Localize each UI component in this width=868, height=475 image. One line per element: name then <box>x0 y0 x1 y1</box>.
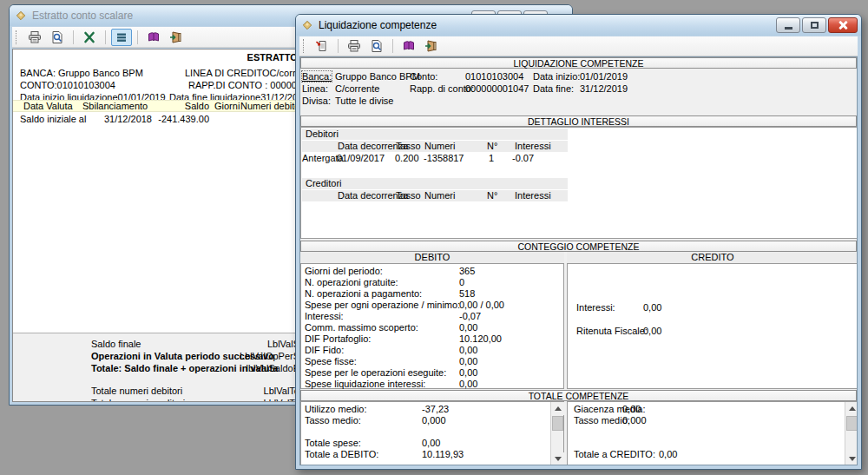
window-liquidazione-competenze[interactable]: Liquidazione competenze LIQUIDAZIONE COM… <box>295 14 862 470</box>
col-numeri: Numeri <box>424 190 455 201</box>
divisa-label: Divisa: <box>302 96 331 106</box>
data-inizio-value: 01/01/2019 <box>580 71 628 82</box>
summary-label: Saldo finale <box>91 339 141 349</box>
scroll-up-icon[interactable] <box>551 402 564 415</box>
col-sbilanciamento: Sbilanciamento <box>82 101 148 111</box>
totale-value: -37,23 <box>422 404 449 415</box>
conteggio-debito-panel: Giorni del periodo:365 N. operazioni gra… <box>300 263 564 389</box>
scroll-thumb[interactable] <box>552 416 563 431</box>
conto-info: CONTO:01010103004 <box>20 80 115 90</box>
row-n: 1 <box>489 153 494 163</box>
app-diamond-icon <box>15 10 27 22</box>
col-tasso: Tasso <box>396 190 421 201</box>
scroll-thumb[interactable] <box>846 416 858 431</box>
help-book-icon <box>402 39 416 53</box>
print-preview-button[interactable] <box>366 37 387 55</box>
col-data-valuta: Data Valuta <box>23 101 73 111</box>
conto-value: 01010103004 <box>465 71 523 82</box>
row-data: 01/09/2017 <box>337 153 385 163</box>
col-n: N° <box>487 190 497 201</box>
titlebar-liquidazione[interactable]: Liquidazione competenze <box>296 15 861 36</box>
row-data: 31/12/2018 <box>82 114 152 124</box>
debito-value: 365 <box>459 266 475 277</box>
totale-value: 0,000 <box>422 415 446 426</box>
toolbar-grip <box>16 30 19 44</box>
excel-export-icon <box>82 30 96 44</box>
col-numeri-debitori: Numeri debitori <box>240 101 301 111</box>
maximize-button[interactable] <box>802 17 826 33</box>
col-interessi: Interessi <box>515 141 551 152</box>
print-button[interactable] <box>344 37 365 55</box>
credito-header: CREDITO <box>567 252 858 263</box>
debito-label: Spese fisse: <box>305 356 357 366</box>
debito-header: DEBITO <box>300 252 564 263</box>
debitori-row[interactable]: Antergata 01/09/2017 0.200 -1358817 1 -0… <box>301 153 858 164</box>
exit-door-button[interactable] <box>166 29 187 46</box>
debito-value: 518 <box>459 288 475 300</box>
totale-value: 0,00 <box>422 438 440 449</box>
excel-export-button[interactable] <box>79 29 100 46</box>
debito-label: DIF Portafoglio: <box>305 333 371 344</box>
print-preview-icon <box>370 39 384 53</box>
totale-label: Utilizzo medio: <box>305 404 367 414</box>
print-preview-button[interactable] <box>47 29 68 46</box>
debitori-strip: Debitori <box>302 129 568 140</box>
debito-value: 0 <box>459 277 464 288</box>
print-preview-icon <box>50 30 64 44</box>
totale-credito-scrollbar[interactable] <box>845 402 858 465</box>
banca-value: Gruppo Banco BPM <box>335 71 420 82</box>
credito-label: Interessi: <box>576 302 615 313</box>
row-saldo: -241.439.00 <box>143 114 209 124</box>
help-book-button[interactable] <box>143 29 164 46</box>
help-book-button[interactable] <box>398 37 419 55</box>
debito-label: Giorni del periodo: <box>305 266 383 276</box>
totale-debito-scrollbar[interactable] <box>550 402 563 465</box>
exit-door-icon <box>424 39 438 53</box>
summary-value: LblValOpPerS <box>213 351 299 361</box>
scroll-down-icon[interactable] <box>551 452 564 465</box>
conteggio-credito-panel: Interessi:0,00 Ritenuta Fiscale:0,00 <box>567 263 858 389</box>
print-icon <box>28 30 42 44</box>
debito-label: Interessi: <box>305 311 344 321</box>
dettaglio-panel: Debitori Data decorrenza Tasso Numeri N°… <box>300 127 858 239</box>
scroll-down-icon[interactable] <box>845 452 858 465</box>
creditori-strip: Creditori <box>302 178 568 189</box>
totale-label: Tasso medio: <box>305 415 361 426</box>
section-header-liquidazione: LIQUIDAZIONE COMPETENZE <box>300 57 857 69</box>
col-saldo: Saldo <box>159 101 209 111</box>
banca-label[interactable]: Banca: <box>302 71 332 82</box>
exit-door-button[interactable] <box>421 37 442 55</box>
close-button[interactable] <box>828 17 858 33</box>
save-doc-button[interactable] <box>312 37 332 55</box>
totale-label: Totale a DEBITO: <box>305 449 378 459</box>
data-fine-label: Data fine: <box>533 83 574 94</box>
debito-value: 10.120,00 <box>459 333 502 345</box>
debito-label: DIF Fido: <box>305 345 344 355</box>
print-button[interactable] <box>24 29 45 46</box>
data-inizio-label: Data inizio: <box>533 71 580 82</box>
totale-credito-panel: Giacenza media:0,00 Tasso medio:0,000 To… <box>567 401 858 465</box>
section-header-totale: TOTALE COMPETENZE <box>300 390 857 401</box>
totale-label: Totale a CREDITO: <box>574 449 655 459</box>
debito-label: Spese liquidazione interessi: <box>305 379 425 389</box>
row-numeri: -1358817 <box>424 153 464 163</box>
window-title: Estratto conto scalare <box>32 10 133 22</box>
col-numeri: Numeri <box>424 141 455 152</box>
debito-value: 0,00 <box>459 345 477 356</box>
totale-value: 0,00 <box>622 404 641 415</box>
debito-value: 0,00 <box>459 367 477 379</box>
minimize-button[interactable] <box>776 17 800 33</box>
credito-label: Ritenuta Fiscale: <box>576 326 648 336</box>
debito-label: Spese per ogni operazione / minimo: <box>305 300 460 310</box>
scroll-up-icon[interactable] <box>845 402 858 415</box>
totale-label: Totale spese: <box>305 438 361 448</box>
liquidazione-form: LIQUIDAZIONE COMPETENZE Banca: Gruppo Ba… <box>299 56 858 465</box>
credito-value: 0,00 <box>643 302 661 313</box>
totale-value: 10.119,93 <box>422 449 464 460</box>
scalare-view-button[interactable] <box>111 29 132 46</box>
totale-value: 0,000 <box>622 415 647 426</box>
banca-info: BANCA: Gruppo Banco BPM <box>20 68 143 78</box>
exit-door-icon <box>169 30 183 44</box>
row-interessi: -0.07 <box>512 153 534 163</box>
linea-value: C/corrente <box>335 83 379 94</box>
